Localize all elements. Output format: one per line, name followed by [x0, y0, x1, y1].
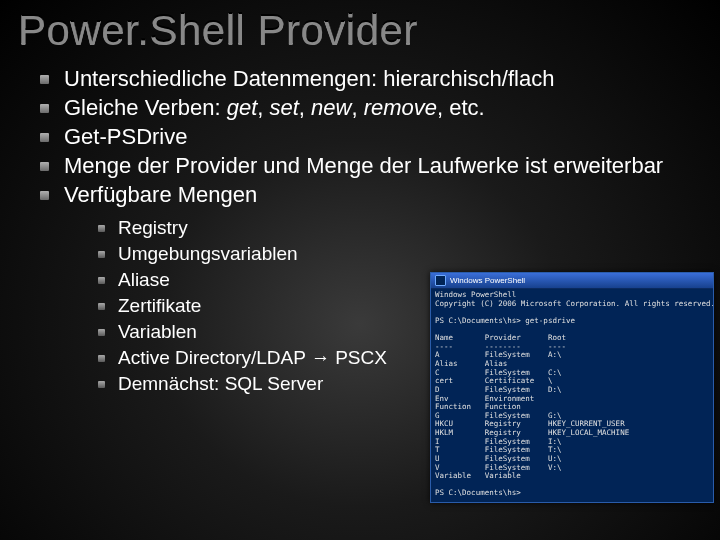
bullet-datenmengen: Unterschiedliche Datenmengen: hierarchis…: [40, 64, 720, 93]
powershell-titlebar: Windows PowerShell: [431, 273, 713, 289]
powershell-body: Windows PowerShell Copyright (C) 2006 Mi…: [431, 289, 713, 502]
powershell-title-text: Windows PowerShell: [450, 276, 525, 285]
sub-env: Umgebungsvariablen: [98, 241, 720, 267]
powershell-icon: [435, 275, 446, 286]
bullet-erweiterbar: Menge der Provider und Menge der Laufwer…: [40, 151, 720, 180]
powershell-window: Windows PowerShell Windows PowerShell Co…: [430, 272, 714, 503]
verben-suffix: , etc.: [437, 95, 485, 120]
bullet-getpsdrive: Get-PSDrive: [40, 122, 720, 151]
sub-registry: Registry: [98, 215, 720, 241]
bullet-verben: Gleiche Verben: get, set, new, remove, e…: [40, 93, 720, 122]
page-title: Power.Shell Provider: [18, 6, 720, 54]
verben-list: get, set, new, remove: [227, 95, 437, 120]
verben-prefix: Gleiche Verben:: [64, 95, 227, 120]
